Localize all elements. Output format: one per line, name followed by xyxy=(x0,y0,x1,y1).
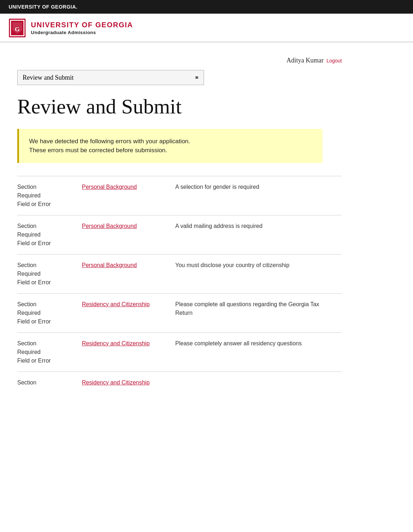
col-section-link-6: Residency and Citizenship xyxy=(82,372,175,393)
table-row: Section RequiredField or Error Residency… xyxy=(17,293,342,332)
col-section-link-3: Personal Background xyxy=(82,254,175,293)
header-text-block: UNIVERSITY OF GEORGIA Undergraduate Admi… xyxy=(31,21,133,35)
section-link-2[interactable]: Personal Background xyxy=(82,223,137,229)
error-text-4: Please complete all questions regarding … xyxy=(175,301,319,316)
error-box-line2: These errors must be corrected before su… xyxy=(29,146,312,155)
table-row: Section RequiredField or Error Personal … xyxy=(17,215,342,254)
table-row: Section RequiredField or Error Personal … xyxy=(17,176,342,215)
header: G UNIVERSITY OF GEORGIA Undergraduate Ad… xyxy=(0,14,413,42)
user-name: Aditya Kumar xyxy=(287,57,324,64)
col-section-label-3: Section RequiredField or Error xyxy=(17,254,82,293)
table-row: Section Residency and Citizenship xyxy=(17,372,342,393)
header-subtitle: Undergraduate Admissions xyxy=(31,30,133,35)
col-section-label-5: Section RequiredField or Error xyxy=(17,332,82,372)
col-error-1: A selection for gender is required xyxy=(175,176,342,215)
col-error-6 xyxy=(175,372,342,393)
error-text-3: You must disclose your country of citize… xyxy=(175,262,289,268)
required-label: RequiredField or Error xyxy=(17,309,76,326)
top-bar: UNIVERSITY OF GEORGIA. xyxy=(0,0,413,14)
table-row: Section RequiredField or Error Residency… xyxy=(17,332,342,372)
col-section-link-5: Residency and Citizenship xyxy=(82,332,175,372)
logout-link[interactable]: Logout xyxy=(326,58,342,64)
university-name: UNIVERSITY OF GEORGIA xyxy=(31,21,133,29)
required-label: RequiredField or Error xyxy=(17,230,76,248)
section-link-3[interactable]: Personal Background xyxy=(82,262,137,268)
section-label: Section xyxy=(17,222,76,230)
col-error-2: A valid mailing address is required xyxy=(175,215,342,254)
main-content: Aditya Kumar Logout Personal Background … xyxy=(0,42,359,415)
errors-table: Section RequiredField or Error Personal … xyxy=(17,176,342,393)
error-text-5: Please completely answer all residency q… xyxy=(175,340,302,346)
section-link-6[interactable]: Residency and Citizenship xyxy=(82,379,150,386)
col-section-label-1: Section RequiredField or Error xyxy=(17,176,82,215)
user-bar: Aditya Kumar Logout xyxy=(17,42,342,70)
table-row: Section RequiredField or Error Personal … xyxy=(17,254,342,293)
section-dropdown[interactable]: Personal Background Residency and Citize… xyxy=(17,70,204,85)
error-box-line1: We have detected the following errors wi… xyxy=(29,137,312,146)
section-label: Section xyxy=(17,261,76,270)
col-error-4: Please complete all questions regarding … xyxy=(175,293,342,332)
col-section-label-4: Section RequiredField or Error xyxy=(17,293,82,332)
top-bar-title: UNIVERSITY OF GEORGIA. xyxy=(9,4,78,10)
section-label: Section xyxy=(17,183,76,191)
required-label: RequiredField or Error xyxy=(17,270,76,287)
col-error-5: Please completely answer all residency q… xyxy=(175,332,342,372)
required-label: RequiredField or Error xyxy=(17,348,76,365)
col-section-link-2: Personal Background xyxy=(82,215,175,254)
col-section-link-4: Residency and Citizenship xyxy=(82,293,175,332)
col-section-link-1: Personal Background xyxy=(82,176,175,215)
col-section-label-2: Section RequiredField or Error xyxy=(17,215,82,254)
section-link-4[interactable]: Residency and Citizenship xyxy=(82,301,150,307)
uga-logo-icon: G xyxy=(9,19,26,37)
error-text-2: A valid mailing address is required xyxy=(175,223,263,229)
page-title: Review and Submit xyxy=(17,95,342,118)
svg-text:G: G xyxy=(15,26,19,33)
section-link-5[interactable]: Residency and Citizenship xyxy=(82,340,150,346)
section-label: Section xyxy=(17,378,76,387)
col-error-3: You must disclose your country of citize… xyxy=(175,254,342,293)
error-box: We have detected the following errors wi… xyxy=(17,129,322,163)
section-label: Section xyxy=(17,339,76,348)
section-label: Section xyxy=(17,300,76,309)
section-dropdown-wrapper: Personal Background Residency and Citize… xyxy=(17,70,342,85)
required-label: RequiredField or Error xyxy=(17,191,76,209)
col-section-label-6: Section xyxy=(17,372,82,393)
section-link-1[interactable]: Personal Background xyxy=(82,184,137,190)
error-text-1: A selection for gender is required xyxy=(175,184,259,190)
